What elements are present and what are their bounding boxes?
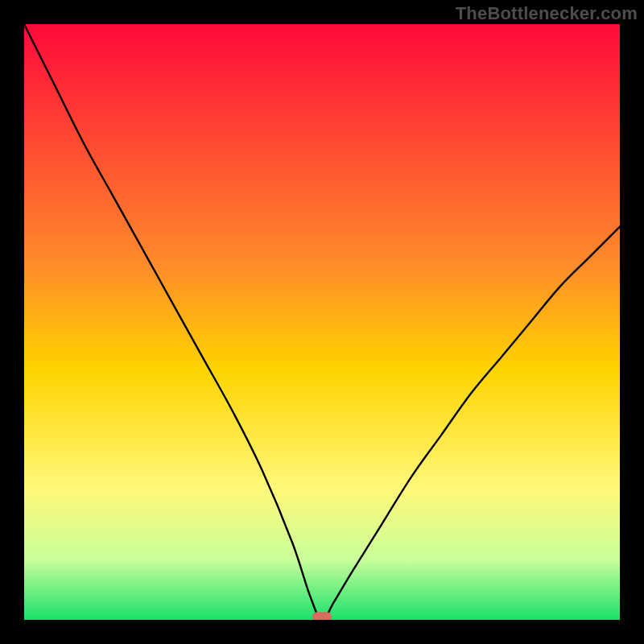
chart-frame: TheBottlenecker.com xyxy=(0,0,644,644)
minimum-marker xyxy=(312,612,332,620)
plot-area xyxy=(24,24,620,620)
chart-svg xyxy=(24,24,620,620)
watermark-text: TheBottlenecker.com xyxy=(456,3,638,24)
